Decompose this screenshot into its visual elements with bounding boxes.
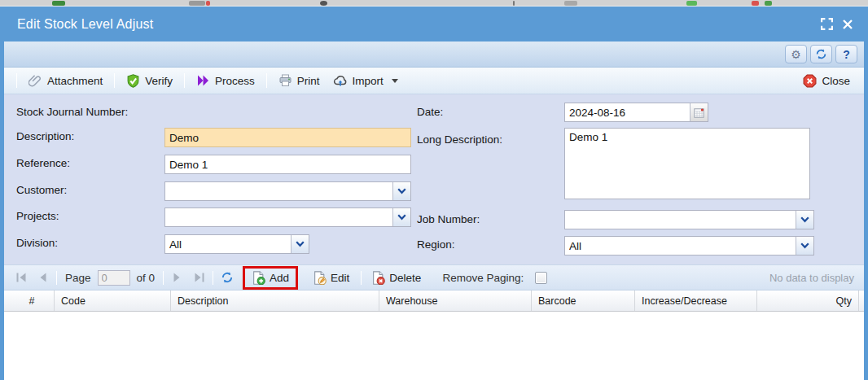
projects-input[interactable] — [165, 208, 392, 226]
region-combobox[interactable] — [564, 236, 814, 256]
background-fragment — [206, 1, 210, 6]
print-label: Print — [297, 75, 320, 87]
column-header-barcode[interactable]: Barcode — [532, 290, 635, 311]
chevron-down-icon[interactable] — [796, 237, 813, 255]
background-fragment — [513, 1, 515, 6]
delete-page-icon — [371, 271, 385, 285]
maximize-icon[interactable] — [821, 18, 833, 30]
description-input[interactable] — [164, 128, 411, 147]
toolbar-separator — [213, 271, 213, 285]
edit-button[interactable]: Edit — [309, 269, 353, 286]
edit-stock-level-adjust-window: Edit Stock Level Adjust ⚙ ? Attachment — [0, 7, 868, 380]
add-button-highlight: Add — [243, 266, 298, 290]
region-input[interactable] — [565, 237, 796, 255]
reload-button[interactable] — [810, 45, 832, 63]
date-input[interactable] — [565, 103, 690, 121]
next-page-button[interactable] — [169, 269, 186, 286]
customer-input[interactable] — [165, 182, 392, 200]
settings-button[interactable]: ⚙ — [785, 45, 807, 63]
background-fragment — [189, 1, 205, 6]
print-button[interactable]: Print — [273, 72, 326, 90]
remove-paging-label: Remove Paging: — [442, 272, 524, 284]
toolbar-separator — [361, 271, 362, 285]
long-description-label: Long Description: — [417, 133, 502, 146]
gear-icon: ⚙ — [791, 48, 801, 61]
toolbar-separator — [266, 73, 267, 88]
close-label: Close — [822, 75, 850, 87]
page-label: Page — [65, 272, 91, 284]
calendar-icon[interactable] — [690, 103, 708, 121]
division-input[interactable] — [165, 235, 291, 253]
background-fragment — [686, 1, 697, 6]
help-icon: ? — [843, 48, 850, 61]
reference-input[interactable] — [164, 155, 411, 174]
import-label: Import — [353, 75, 384, 87]
grid-body[interactable] — [4, 312, 864, 380]
process-label: Process — [215, 75, 255, 87]
grid-status-text: No data to display — [769, 272, 857, 284]
date-label: Date: — [417, 106, 443, 118]
previous-page-button[interactable] — [33, 269, 51, 286]
column-header-code[interactable]: Code — [55, 290, 171, 311]
process-button[interactable]: Process — [191, 72, 261, 90]
description-label: Description: — [16, 130, 74, 142]
background-fragment — [564, 1, 577, 6]
projects-combobox[interactable] — [164, 207, 411, 227]
date-field[interactable] — [564, 103, 708, 122]
delete-label: Delete — [389, 272, 421, 284]
window-close-icon[interactable] — [843, 20, 853, 29]
division-label: Division: — [16, 237, 58, 249]
attachment-button[interactable]: Attachment — [23, 72, 108, 90]
chevron-down-icon[interactable] — [392, 182, 410, 200]
toolbar-separator — [56, 271, 57, 285]
printer-icon — [278, 74, 292, 87]
column-header-warehouse[interactable]: Warehouse — [379, 290, 532, 311]
refresh-icon — [815, 48, 827, 60]
long-description-textarea[interactable]: Demo 1 — [564, 128, 810, 199]
column-header-row-number[interactable]: # — [10, 290, 55, 311]
close-button[interactable]: Close — [797, 72, 856, 90]
shield-check-icon — [126, 74, 140, 88]
background-fragment — [752, 1, 759, 6]
customer-label: Customer: — [16, 184, 67, 196]
paging-toolbar: Page of 0 Add Edit — [4, 264, 864, 290]
first-page-button[interactable] — [12, 269, 30, 286]
job-number-combobox[interactable] — [564, 210, 814, 229]
column-header-description[interactable]: Description — [171, 290, 379, 311]
cloud-import-icon — [333, 74, 348, 87]
toolbar-separator — [16, 73, 17, 88]
delete-button[interactable]: Delete — [368, 269, 424, 286]
background-fragment — [52, 1, 65, 6]
main-toolbar: Attachment Verify Process Print — [4, 68, 864, 94]
projects-label: Projects: — [16, 210, 59, 222]
chevron-down-icon[interactable] — [796, 211, 813, 229]
page-number-input[interactable] — [98, 270, 130, 286]
toolbar-separator — [163, 271, 164, 285]
add-label: Add — [270, 272, 289, 284]
chevron-down-icon[interactable] — [392, 208, 410, 226]
verify-label: Verify — [145, 75, 173, 87]
help-button[interactable]: ? — [835, 45, 857, 63]
edit-page-icon — [313, 271, 327, 285]
chevron-down-icon — [392, 79, 398, 83]
verify-button[interactable]: Verify — [121, 72, 178, 90]
last-page-button[interactable] — [190, 269, 208, 286]
grid-refresh-button[interactable] — [218, 269, 236, 286]
import-button[interactable]: Import — [327, 72, 404, 90]
job-number-input[interactable] — [565, 211, 796, 229]
stock-journal-number-label: Stock Journal Number: — [16, 106, 128, 118]
region-label: Region: — [417, 238, 455, 251]
add-button[interactable]: Add — [248, 269, 292, 286]
add-page-icon — [252, 271, 265, 285]
customer-combobox[interactable] — [164, 181, 411, 201]
chevron-down-icon[interactable] — [291, 235, 309, 253]
utility-toolbar: ⚙ ? — [4, 41, 864, 68]
column-header-increase-decrease[interactable]: Increase/Decrease — [635, 290, 757, 311]
reference-label: Reference: — [16, 157, 70, 169]
remove-paging-checkbox[interactable] — [535, 272, 547, 284]
form-area: Stock Journal Number: Date: Description:… — [4, 94, 864, 264]
division-combobox[interactable] — [164, 234, 309, 254]
page-of-label: of 0 — [137, 272, 156, 284]
window-titlebar: Edit Stock Level Adjust — [4, 7, 864, 41]
column-header-qty[interactable]: Qty — [757, 290, 859, 311]
